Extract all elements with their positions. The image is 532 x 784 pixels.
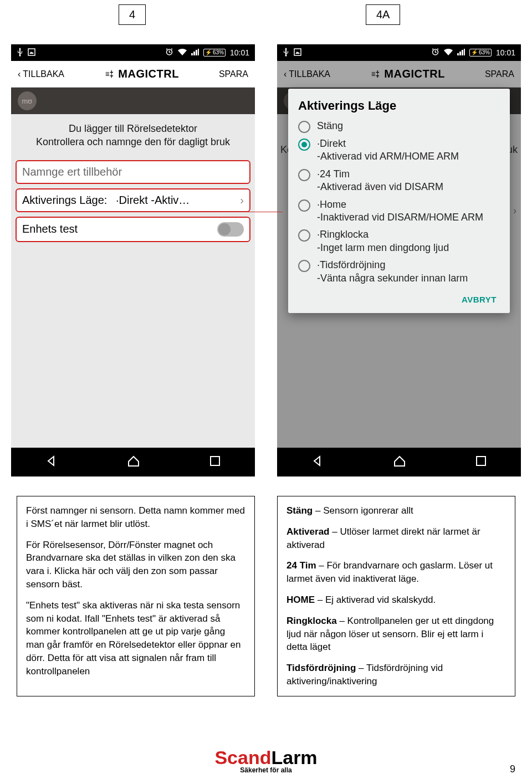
android-navbar bbox=[11, 448, 255, 476]
android-navbar bbox=[277, 448, 521, 476]
chevron-right-icon: › bbox=[240, 194, 244, 207]
activation-mode-dialog: Aktiverings Läge Stäng ·Direkt-Aktiverad… bbox=[288, 89, 510, 313]
radio-option-home[interactable]: ·Home-Inaktiverad vid DISARM/HOME ARM bbox=[298, 198, 500, 224]
status-bar: ⚡63% 10:01 bbox=[277, 44, 521, 61]
radio-option-tidsfordrojning[interactable]: ·Tidsfördröjning-Vänta några sekunder in… bbox=[298, 259, 500, 285]
figure-label-right: 4A bbox=[366, 4, 400, 25]
app-header: ‹ TILLBAKA ≡‡ MAGICTRL SPARA bbox=[11, 61, 255, 88]
activation-mode-row[interactable]: Aktiverings Läge: ·Direkt -Aktiv… › bbox=[16, 188, 250, 212]
dialog-title: Aktiverings Läge bbox=[298, 99, 500, 113]
radio-icon bbox=[298, 169, 310, 181]
radio-option-stang[interactable]: Stäng bbox=[298, 120, 500, 133]
menu-icon: ≡‡ bbox=[105, 69, 114, 79]
back-button[interactable]: ‹ TILLBAKA bbox=[18, 69, 64, 79]
page-number: 9 bbox=[510, 763, 515, 775]
nav-recent-icon[interactable] bbox=[475, 455, 487, 469]
radio-icon bbox=[298, 199, 310, 212]
usb-icon bbox=[283, 48, 289, 58]
status-bar: ⚡63% 10:01 bbox=[11, 44, 255, 61]
figure-label-left: 4 bbox=[119, 4, 146, 25]
cancel-button[interactable]: AVBRYT bbox=[462, 295, 497, 304]
radio-icon bbox=[298, 229, 310, 242]
signal-icon bbox=[457, 48, 465, 57]
clock-text: 10:01 bbox=[230, 48, 249, 57]
signal-icon bbox=[191, 48, 199, 57]
phone-right: ⚡63% 10:01 ‹TILLBAKA ≡‡MAGICTRL SPARA mʊ… bbox=[277, 44, 521, 476]
battery-icon: ⚡63% bbox=[203, 49, 226, 57]
usb-icon bbox=[17, 48, 23, 58]
radio-icon bbox=[298, 260, 310, 272]
nav-recent-icon[interactable] bbox=[209, 455, 221, 469]
wifi-icon bbox=[178, 48, 187, 57]
name-input-placeholder: Namnge ert tillbehör bbox=[22, 166, 122, 178]
mode-label: Aktiverings Läge: bbox=[22, 194, 107, 206]
alarm-icon bbox=[165, 48, 173, 58]
device-test-row[interactable]: Enhets test bbox=[16, 217, 250, 242]
nav-back-icon[interactable] bbox=[311, 454, 324, 470]
clock-text: 10:01 bbox=[496, 48, 515, 57]
connector-line bbox=[222, 212, 283, 212]
radio-icon bbox=[298, 121, 310, 133]
name-input[interactable]: Namnge ert tillbehör bbox=[16, 160, 250, 184]
alarm-icon bbox=[431, 48, 439, 58]
battery-icon: ⚡63% bbox=[469, 49, 492, 57]
nav-home-icon[interactable] bbox=[126, 454, 141, 470]
info-box-left: Först namnger ni sensorn. Detta namn kom… bbox=[17, 496, 255, 696]
device-test-toggle[interactable] bbox=[217, 222, 244, 237]
footer-logo: ScandLarm Säkerhet för alla bbox=[0, 747, 532, 774]
radio-option-direkt[interactable]: ·Direkt-Aktiverad vid ARM/HOME ARM bbox=[298, 137, 500, 163]
nav-back-icon[interactable] bbox=[45, 454, 58, 470]
image-icon bbox=[28, 48, 35, 58]
nav-home-icon[interactable] bbox=[392, 454, 407, 470]
radio-option-24tim[interactable]: ·24 Tim-Aktiverad även vid DISARM bbox=[298, 168, 500, 194]
svg-rect-2 bbox=[211, 457, 219, 465]
device-test-label: Enhets test bbox=[22, 223, 78, 235]
chevron-left-icon: ‹ bbox=[18, 69, 21, 79]
phone-left: ⚡63% 10:01 ‹ TILLBAKA ≡‡ MAGICTRL SPARA … bbox=[11, 44, 255, 476]
svg-rect-5 bbox=[477, 457, 485, 465]
intro-text: Du lägger till Rörelsedetektor Kontrolle… bbox=[11, 114, 255, 156]
brand-badge-icon: mʊ bbox=[18, 91, 37, 110]
radio-icon bbox=[298, 139, 310, 151]
gray-banner: mʊ bbox=[11, 88, 255, 114]
image-icon bbox=[294, 48, 301, 58]
wifi-icon bbox=[444, 48, 453, 57]
info-box-right: Stäng – Sensorn igonrerar allt Aktiverad… bbox=[277, 496, 515, 696]
save-button[interactable]: SPARA bbox=[219, 69, 248, 79]
radio-option-ringklocka[interactable]: ·Ringklocka-Inget larm men dingdong ljud bbox=[298, 228, 500, 254]
mode-value: ·Direkt -Aktiv… bbox=[116, 194, 190, 206]
app-title: ≡‡ MAGICTRL bbox=[104, 68, 179, 80]
